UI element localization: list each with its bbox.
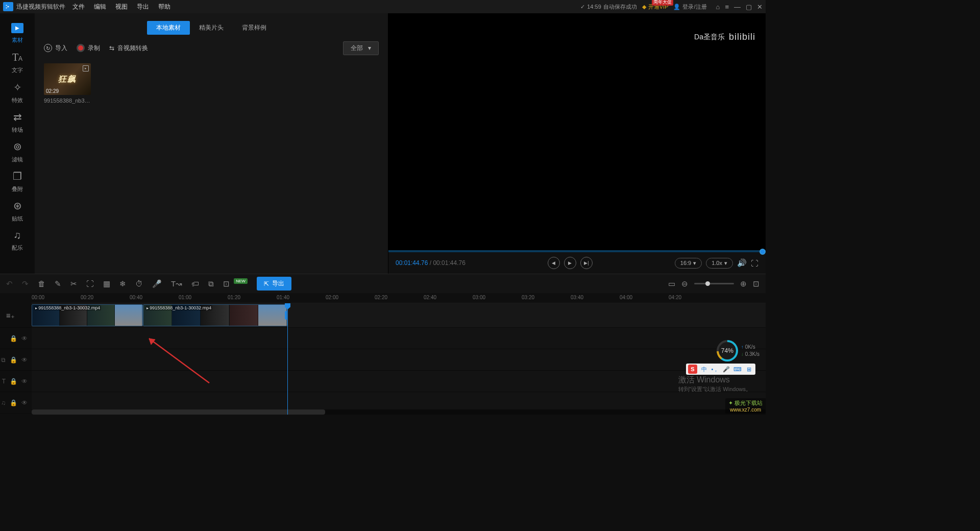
bilibili-logo: bilibili bbox=[729, 32, 755, 42]
menu-file[interactable]: 文件 bbox=[72, 3, 85, 11]
timeline-scrollbar[interactable] bbox=[32, 409, 766, 415]
check-icon: ✓ bbox=[580, 4, 585, 10]
sidebar-overlay[interactable]: ❐ 叠附 bbox=[0, 166, 35, 196]
preview-scrubber[interactable] bbox=[388, 250, 766, 252]
play-button[interactable]: ▶ bbox=[564, 257, 576, 269]
lock-icon[interactable]: 🔒 bbox=[10, 335, 17, 342]
autosave-status: ✓ 14:59 自动保存成功 bbox=[580, 3, 637, 11]
ime-toolbar[interactable]: S 中 •， 🎤 ⌨ ⊞ bbox=[686, 364, 755, 375]
ruler-tick: 02:00 bbox=[326, 295, 338, 300]
sidebar-text[interactable]: TA 文字 bbox=[0, 48, 35, 78]
vip-promo-badge: 周年大促 bbox=[652, 0, 673, 6]
undo-button[interactable]: ↶ bbox=[6, 279, 13, 288]
playhead[interactable] bbox=[287, 303, 288, 415]
sidebar-transition[interactable]: ⇄ 转场 bbox=[0, 107, 35, 137]
cut-button[interactable]: ✂ bbox=[70, 279, 77, 288]
maximize-icon[interactable]: ▢ bbox=[746, 3, 752, 11]
zoom-out-button[interactable]: ⊖ bbox=[681, 279, 688, 288]
sidebar-music[interactable]: ♫ 配乐 bbox=[0, 226, 35, 255]
text-anim-button[interactable]: T↝ bbox=[171, 279, 182, 288]
tab-intro-templates[interactable]: 精美片头 bbox=[190, 21, 233, 35]
chevron-down-icon: ▾ bbox=[724, 260, 727, 267]
eye-icon[interactable]: 👁 bbox=[21, 335, 28, 342]
next-frame-button[interactable]: ▶| bbox=[580, 257, 593, 269]
ime-grid-icon[interactable]: ⊞ bbox=[744, 365, 753, 374]
aspect-ratio-select[interactable]: 16:9▾ bbox=[675, 258, 702, 269]
chevron-down-icon: ▾ bbox=[368, 44, 371, 52]
media-item[interactable]: ▸ 狂飙 02:29 991558388_nb3-... bbox=[44, 63, 91, 104]
tag-button[interactable]: 🏷 bbox=[191, 279, 199, 288]
sogou-logo-icon: S bbox=[688, 365, 697, 374]
sidebar-effects[interactable]: ✧ 特效 bbox=[0, 78, 35, 107]
ruler-tick: 03:00 bbox=[473, 295, 485, 300]
sidebar-filter[interactable]: ⊚ 滤镜 bbox=[0, 137, 35, 166]
menu-help[interactable]: 帮助 bbox=[158, 3, 170, 11]
eye-icon[interactable]: 👁 bbox=[21, 356, 28, 364]
import-icon: ↻ bbox=[44, 44, 52, 52]
playback-speed-select[interactable]: 1.0x▾ bbox=[706, 258, 733, 269]
timeline-view-icon[interactable]: ▭ bbox=[668, 279, 675, 288]
ruler-tick: 03:20 bbox=[522, 295, 534, 300]
video-badge-icon: ▸ bbox=[83, 65, 89, 71]
speed-button[interactable]: ⏱ bbox=[135, 279, 143, 288]
track-body[interactable] bbox=[32, 371, 766, 392]
user-icon: 👤 bbox=[673, 4, 680, 10]
volume-icon[interactable]: 🔊 bbox=[737, 258, 747, 268]
record-button[interactable]: 录制 bbox=[77, 44, 100, 53]
zoom-in-button[interactable]: ⊕ bbox=[740, 279, 747, 288]
sidebar-media[interactable]: ▶ 素材 bbox=[0, 18, 35, 48]
lock-icon[interactable]: 🔒 bbox=[10, 378, 17, 385]
video-clip[interactable]: 991558388_nb3-1-30032.mp4 bbox=[143, 304, 287, 326]
diamond-icon: ◆ bbox=[642, 4, 646, 10]
lock-icon[interactable]: 🔒 bbox=[10, 356, 17, 364]
track-body[interactable] bbox=[32, 328, 766, 349]
menu-icon[interactable]: ≡ bbox=[725, 3, 729, 11]
close-icon[interactable]: ✕ bbox=[757, 3, 763, 11]
login-button[interactable]: 👤 登录/注册 bbox=[673, 3, 706, 11]
vip-button[interactable]: ◆ 开通VIP 周年大促 bbox=[642, 3, 669, 11]
tab-background-samples[interactable]: 背景样例 bbox=[233, 21, 276, 35]
home-icon[interactable]: ⌂ bbox=[716, 3, 720, 11]
lock-icon[interactable]: 🔒 bbox=[10, 399, 17, 406]
menu-export[interactable]: 导出 bbox=[137, 3, 149, 11]
ime-voice-icon[interactable]: 🎤 bbox=[722, 365, 731, 374]
crop-button[interactable]: ⛶ bbox=[86, 279, 94, 288]
preview-viewport[interactable]: Da圣音乐 bilibili bbox=[388, 13, 766, 250]
ime-keyboard-icon[interactable]: ⌨ bbox=[733, 365, 742, 374]
ime-punct-icon[interactable]: •， bbox=[710, 365, 720, 374]
prev-frame-button[interactable]: ◀ bbox=[548, 257, 560, 269]
export-button[interactable]: ⇱ 导出 bbox=[257, 277, 291, 291]
media-filter-select[interactable]: 全部 ▾ bbox=[343, 41, 379, 55]
zoom-slider[interactable] bbox=[694, 283, 734, 284]
mic-button[interactable]: 🎤 bbox=[152, 279, 162, 288]
convert-button[interactable]: ⇆ 音视频转换 bbox=[109, 44, 148, 53]
ai-button[interactable]: ⊡ bbox=[223, 279, 230, 288]
menu-edit[interactable]: 编辑 bbox=[94, 3, 106, 11]
minimize-icon[interactable]: — bbox=[734, 3, 741, 11]
record-icon bbox=[77, 44, 85, 52]
delete-button[interactable]: 🗑 bbox=[38, 279, 45, 288]
edit-button[interactable]: ✎ bbox=[55, 279, 61, 288]
fullscreen-icon[interactable]: ⛶ bbox=[751, 259, 758, 268]
menu-view[interactable]: 视图 bbox=[115, 3, 128, 11]
zoom-fit-button[interactable]: ⊡ bbox=[753, 279, 760, 288]
mosaic-button[interactable]: ▦ bbox=[103, 279, 110, 288]
track-head-video: 🔒 👁 bbox=[0, 328, 32, 349]
video-track[interactable]: 991558388_nb3-1-30032.mp4 991558388_nb3-… bbox=[32, 303, 766, 327]
freeze-button[interactable]: ❄ bbox=[119, 279, 126, 288]
eye-icon[interactable]: 👁 bbox=[21, 399, 28, 406]
redo-button[interactable]: ↷ bbox=[22, 279, 29, 288]
copy-button[interactable]: ⧉ bbox=[208, 279, 214, 288]
chevron-down-icon: ▾ bbox=[693, 260, 696, 267]
import-button[interactable]: ↻ 导入 bbox=[44, 44, 67, 53]
eye-icon[interactable]: 👁 bbox=[21, 378, 28, 385]
media-tabs: 本地素材 精美片头 背景样例 bbox=[35, 17, 388, 38]
ime-lang[interactable]: 中 bbox=[699, 365, 708, 374]
titlebar: 迅捷视频剪辑软件 文件 编辑 视图 导出 帮助 ✓ 14:59 自动保存成功 ◆… bbox=[0, 0, 766, 13]
track-menu-icon[interactable]: ≡₊ bbox=[6, 311, 15, 320]
tab-local-media[interactable]: 本地素材 bbox=[147, 21, 190, 35]
sidebar-sticker[interactable]: ⊛ 贴纸 bbox=[0, 196, 35, 226]
track-body[interactable] bbox=[32, 349, 766, 370]
video-clip[interactable]: 991558388_nb3-1-30032.mp4 bbox=[32, 304, 143, 326]
timeline-ruler[interactable]: 00:0000:2000:4001:0001:2001:4002:0002:20… bbox=[32, 293, 766, 303]
